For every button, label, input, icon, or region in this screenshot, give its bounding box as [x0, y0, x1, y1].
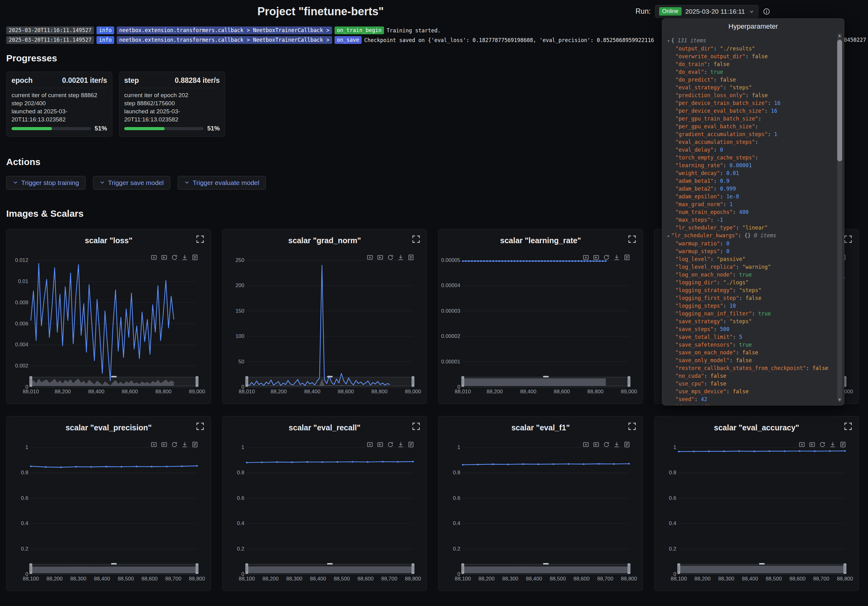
- x-axis-label: 88,400: [520, 388, 536, 395]
- hyperparam-row: "warmup_steps": 0: [666, 247, 835, 255]
- trigger-stop-training-button[interactable]: Trigger stop training: [6, 176, 85, 190]
- y-axis-label: 100: [225, 333, 244, 339]
- hp-value: false: [746, 295, 761, 301]
- chart-plot-area[interactable]: [439, 229, 643, 404]
- progress-bar: [11, 127, 91, 130]
- chart-plot-area[interactable]: [223, 229, 427, 404]
- hyperparam-row: "log_level_replica": "warning": [666, 263, 835, 271]
- hp-key: "use_mps_device": [675, 388, 726, 395]
- chart-card-loss: scalar "loss"0.0120.010.0080.0060.0040.0…: [6, 229, 211, 404]
- hp-value: "steps": [730, 318, 752, 325]
- item-count: 0 items: [754, 232, 777, 239]
- hp-key: "data_seed": [675, 404, 710, 406]
- y-axis-label: 0.00003: [441, 308, 460, 314]
- hp-key: "per_gpu_eval_batch_size": [675, 123, 755, 129]
- hp-key: "lr_scheduler_type": [675, 225, 736, 231]
- y-axis-label: 1: [657, 444, 676, 451]
- run-select-dropdown[interactable]: Online 2025-03-20 11:16:11: [655, 5, 758, 18]
- collapse-icon[interactable]: ▸: [667, 233, 670, 238]
- hp-key: "save_total_limit": [675, 334, 733, 340]
- chart-plot-area[interactable]: [6, 229, 211, 404]
- x-axis-label: 88,300: [70, 576, 87, 582]
- y-axis-label: 250: [225, 257, 244, 263]
- hp-key: "per_device_eval_batch_size": [675, 108, 765, 114]
- hyperparam-row: "adam_epsilon": 1e-8: [666, 193, 835, 200]
- hp-value: 1e-8: [726, 193, 739, 200]
- y-axis-label: 0.2: [225, 546, 244, 552]
- trigger-evaluate-model-button[interactable]: Trigger evaluate model: [178, 176, 266, 190]
- hp-key: "torch_empty_cache_steps": [675, 154, 755, 161]
- x-axis-label: 88,600: [122, 388, 138, 395]
- progress-name: epoch: [11, 76, 33, 85]
- y-axis-label: 0.8: [441, 469, 460, 476]
- hyperparam-row: "restore_callback_states_from_checkpoint…: [666, 364, 835, 372]
- x-axis-label: 89,000: [189, 388, 205, 395]
- hyperparam-row: "data_seed":: [666, 403, 835, 406]
- hp-value: 1: [730, 201, 733, 207]
- x-axis-label: 88,400: [88, 388, 104, 395]
- hp-value: "passive": [717, 256, 746, 262]
- hp-key: "seed": [675, 396, 694, 402]
- y-axis-label: 0.01: [9, 278, 28, 284]
- hp-key: "do_predict": [675, 77, 714, 83]
- chart-plot-area[interactable]: [654, 416, 859, 591]
- x-axis-label: 88,300: [718, 576, 735, 582]
- hyperparam-row: "log_level": "passive": [666, 255, 835, 263]
- x-axis-label: 88,010: [239, 388, 255, 395]
- progress-line: step 88862/175600: [124, 99, 220, 107]
- x-axis-label: 88,600: [357, 576, 374, 582]
- run-selector-group: Run: Online 2025-03-20 11:16:11: [636, 5, 770, 18]
- hyperparam-row: ▸"lr_scheduler_kwargs": {} 0 items: [666, 232, 835, 240]
- chart-plot-area[interactable]: [6, 416, 211, 591]
- chevron-down-icon: [184, 179, 189, 186]
- chart-card-eval_accuracy: scalar "eval_accuracy"10.80.60.40.2088,1…: [654, 416, 859, 591]
- log-message: Checkpoint saved on {'eval_loss': 0.1827…: [364, 37, 654, 43]
- trigger-save-model-button[interactable]: Trigger save model: [93, 176, 170, 190]
- y-axis-label: 0.4: [441, 521, 460, 527]
- scroll-up-icon[interactable]: ▲: [837, 33, 842, 38]
- hp-value: 0.999: [720, 186, 736, 192]
- hyperparam-row: "use_mps_device": false: [666, 388, 835, 395]
- info-icon[interactable]: [763, 8, 770, 15]
- hp-key: "no_cuda": [675, 373, 704, 379]
- collapse-icon[interactable]: ▾: [667, 38, 670, 43]
- scroll-down-icon[interactable]: ▼: [837, 397, 842, 402]
- scrollbar-thumb[interactable]: [837, 40, 842, 161]
- hp-value: false: [710, 373, 726, 379]
- hyperparam-row: "save_safetensors": true: [666, 341, 835, 349]
- hp-key: "logging_nan_inf_filter": [675, 311, 752, 317]
- hp-key: "gradient_accumulation_steps": [675, 131, 768, 137]
- hp-key: "restore_callback_states_from_checkpoint…: [675, 365, 806, 371]
- x-axis-label: 88,700: [597, 576, 614, 582]
- hyperparam-row: "use_cpu": false: [666, 380, 835, 388]
- hp-key: "do_train": [675, 61, 707, 67]
- hyperparam-row: "seed": 42: [666, 395, 835, 403]
- hp-value: true: [739, 272, 752, 278]
- hp-value: 42: [701, 396, 707, 402]
- x-axis-label: 88,200: [478, 576, 494, 582]
- chart-plot-area[interactable]: [223, 416, 427, 591]
- hyperparameter-panel: Hyperparameter ▾{ 131 items "output_dir"…: [662, 19, 844, 406]
- hyperparam-row: "per_gpu_eval_batch_size":: [666, 123, 835, 131]
- hyperparam-row: "adam_beta2": 0.999: [666, 185, 835, 193]
- progress-line: current iter of current step 88862: [11, 91, 107, 99]
- hp-value: "./results": [720, 45, 755, 52]
- y-axis-label: 0.4: [657, 521, 676, 527]
- datazoom-grip: [759, 563, 765, 565]
- hyperparam-row: "overwrite_output_dir": false: [666, 53, 835, 61]
- hp-key: "save_steps": [675, 326, 714, 332]
- hp-key: "learning_rate": [675, 162, 723, 168]
- chart-plot-area[interactable]: [439, 416, 643, 591]
- hp-key: "adam_beta1": [675, 178, 714, 184]
- y-axis-label: 0.6: [657, 495, 676, 501]
- hyperparam-row: "save_steps": 500: [666, 325, 835, 333]
- progress-name: step: [124, 76, 139, 85]
- json-root-row[interactable]: ▾{ 131 items: [666, 37, 835, 45]
- hyperparam-row: "weight_decay": 0.01: [666, 169, 835, 177]
- datazoom-grip: [111, 376, 117, 378]
- x-axis-label: 88,400: [94, 576, 110, 582]
- y-axis-label: 0.012: [9, 257, 28, 263]
- x-axis-label: 88,300: [286, 576, 302, 582]
- hyperparameter-title: Hyperparameter: [662, 19, 844, 33]
- hp-value: "steps": [730, 84, 752, 91]
